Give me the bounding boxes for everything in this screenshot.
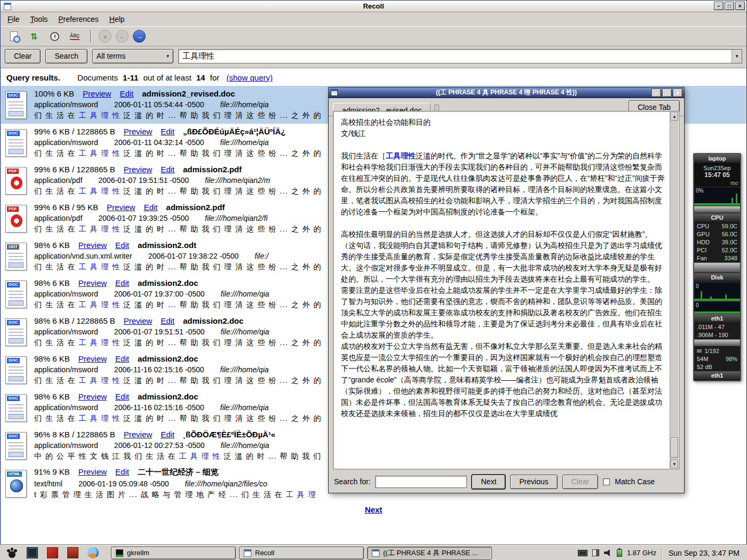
menu-preferences[interactable]: Preferences [53, 13, 104, 25]
terminal-icon [27, 547, 38, 558]
page-line [9, 411, 23, 412]
edit-link[interactable]: Edit [161, 316, 174, 325]
taskbar-task-gkrellm[interactable]: gkrellm [111, 547, 236, 559]
paw-icon [6, 547, 18, 558]
preview-close-button[interactable]: × [673, 89, 682, 97]
first-page-icon: « [103, 33, 107, 41]
result-date: 2006-01-07 19:51:51 -0500 [114, 327, 205, 336]
edit-link[interactable]: Edit [115, 392, 129, 401]
index-update-icon: ⇅ [30, 31, 37, 42]
preview-text[interactable]: 高校招生的社会功能和目的文/钱江我们生活在［工具理性泛滥的时代。作为“世之显学”… [333, 111, 670, 469]
index-status-button[interactable]: ⇅ [26, 28, 42, 44]
monitor-label: mo [694, 180, 740, 187]
gkrellm-panel[interactable]: laptop Sun23Sep 15:47 05 mo 0% CPU CPU59… [693, 153, 741, 381]
scroll-up-button[interactable]: ▲ [671, 112, 678, 121]
taskbar-task-preview[interactable]: ((工 PHRASE 4 具 PHRASE ... [367, 547, 492, 559]
result-relevance-size: 99% 6 KB / 95 KB [34, 203, 98, 212]
preview-link[interactable]: Preview [78, 392, 107, 401]
eth-section-header: eth1 [694, 314, 740, 323]
page-line [9, 294, 23, 295]
scrollbar-thumb[interactable] [671, 437, 678, 458]
result-filename: admission2.doc [183, 316, 243, 325]
edit-link[interactable]: Edit [144, 203, 157, 212]
history-button[interactable] [46, 28, 62, 44]
preview-link[interactable]: Preview [124, 165, 152, 174]
preview-link[interactable]: Preview [78, 354, 107, 363]
find-next-button[interactable]: Next [472, 475, 505, 489]
preview-paragraph: 高校招生的社会功能和目的 [341, 117, 666, 128]
find-clear-button[interactable]: Clear [562, 475, 598, 489]
scroll-down-button[interactable]: ▼ [671, 460, 678, 468]
volume-icon[interactable] [604, 549, 612, 557]
edit-link[interactable]: Edit [115, 241, 129, 250]
preview-link[interactable]: Preview [124, 127, 152, 136]
doc-file-icon: DOC [5, 394, 27, 422]
scroll-down-icon: ▼ [672, 462, 677, 467]
preview-link[interactable]: Preview [78, 278, 107, 287]
match-case-checkbox[interactable] [603, 478, 610, 485]
edit-link[interactable]: Edit [120, 89, 133, 98]
result-date: 2006-01-07 19:38:22 -0500 [148, 252, 239, 260]
preview-link[interactable]: Preview [107, 203, 135, 212]
preview-link[interactable]: Preview [78, 241, 107, 250]
launcher-firefox[interactable] [86, 547, 99, 559]
edit-link[interactable]: Edit [115, 354, 129, 363]
match-case-label: Match Case [615, 477, 655, 486]
search-button[interactable]: Search [45, 49, 87, 63]
preview-window: ((工 PHRASE 4 具 PHRASE 4 理 PHRASE 4 性)) −… [328, 87, 685, 493]
text-segment: 中 的 公 平 性 文 钱 江 我 们 生 活 在 [34, 452, 179, 460]
next-page-button[interactable]: → [133, 30, 146, 43]
globe-icon [10, 479, 23, 492]
previous-page-button[interactable]: ← [116, 30, 129, 43]
preview-link[interactable]: Preview [83, 89, 111, 98]
main-titlebar[interactable]: Recoll − □ × [1, 1, 746, 12]
find-previous-button[interactable]: Previous [510, 475, 557, 489]
show-query-link[interactable]: (show query) [226, 73, 273, 82]
battery-icon[interactable] [617, 549, 622, 557]
layout-switcher-icon[interactable] [592, 549, 599, 556]
preview-search-input[interactable] [375, 476, 467, 488]
first-page-button[interactable]: « [99, 30, 112, 43]
launcher-package[interactable] [66, 547, 79, 559]
keyboard-icon[interactable] [578, 550, 587, 556]
minimize-icon: − [717, 3, 720, 9]
edit-link[interactable]: Edit [161, 430, 174, 439]
clock-widget: Sun23Sep 15:47 05 [694, 163, 740, 180]
launcher-editor[interactable] [46, 547, 59, 559]
next-page-link[interactable]: Next [365, 505, 383, 514]
text-segment: 泛 滥 的 时 ... 帮 助 我 们 理 清 这 些 纷 ... 之 外 的 [121, 111, 322, 119]
menu-tools[interactable]: Tools [26, 13, 53, 25]
menu-file[interactable]: File [3, 13, 25, 25]
preview-maximize-button[interactable]: □ [662, 89, 672, 97]
maximize-button[interactable]: □ [725, 2, 734, 10]
scrollbar[interactable]: ▲ ▼ [670, 112, 679, 468]
preview-link[interactable]: Preview [78, 467, 107, 476]
preview-link[interactable]: Preview [124, 430, 152, 439]
search-mode-combo[interactable]: All terms ▾ [92, 49, 173, 63]
close-button[interactable]: × [735, 2, 745, 10]
query-history-dropdown[interactable]: ▾ [732, 50, 742, 63]
result-url: file:///home/qia [220, 138, 269, 147]
clear-button[interactable]: Clear [5, 49, 41, 63]
document-search-icon [10, 31, 18, 41]
edit-link[interactable]: Edit [115, 278, 129, 287]
edit-link[interactable]: Edit [161, 127, 174, 136]
launcher-terminal[interactable] [26, 547, 38, 559]
preview-link[interactable]: Preview [124, 316, 152, 325]
results-count-text: Documents [77, 73, 118, 82]
edit-link[interactable]: Edit [115, 467, 129, 476]
preview-titlebar[interactable]: ((工 PHRASE 4 具 PHRASE 4 理 PHRASE 4 性)) −… [329, 87, 684, 98]
sensor-name: GPU [697, 230, 710, 238]
menu-help[interactable]: Help [105, 13, 130, 25]
query-input[interactable] [179, 50, 732, 63]
preview-minimize-button[interactable]: − [651, 89, 661, 97]
back-arrow-icon: ← [119, 33, 126, 41]
highlighted-term: 工 具 理 性 [79, 149, 121, 157]
term-explorer-button[interactable]: ÂßÇ [67, 28, 83, 44]
query-preview-button[interactable] [6, 28, 22, 44]
edit-link[interactable]: Edit [161, 165, 174, 174]
minimize-button[interactable]: − [714, 2, 724, 10]
taskbar-task-recoll[interactable]: Recoll [239, 547, 364, 559]
text-segment: 们 生 活 在 [34, 111, 79, 119]
launcher-paw[interactable] [5, 547, 18, 559]
